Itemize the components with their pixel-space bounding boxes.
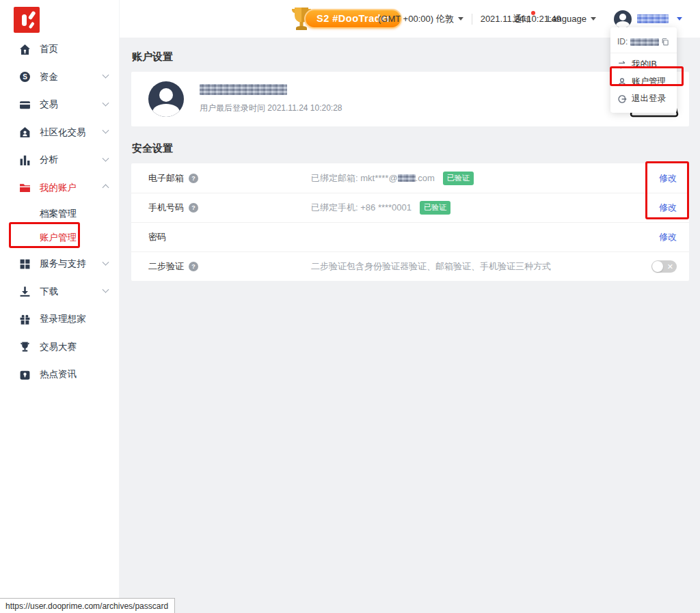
logout-icon <box>617 94 627 104</box>
timezone-label: (GMT +00:00) 伦敦 <box>378 13 454 25</box>
language-selector[interactable]: Language <box>547 14 596 24</box>
menu-item-label: 账户管理 <box>632 76 666 87</box>
timezone-selector[interactable]: (GMT +00:00) 伦敦 <box>378 13 463 25</box>
sidebar-item-trade[interactable]: 交易 <box>0 91 119 119</box>
trade-icon <box>19 99 31 111</box>
user-dropdown-menu: ID: 我的IB 账户管理 退出登录 <box>610 27 677 113</box>
user-icon <box>617 77 627 87</box>
sidebar-subitem-label: 档案管理 <box>40 208 77 220</box>
sidebar-item-trading-contest[interactable]: 交易大赛 <box>0 333 119 362</box>
modify-password-link[interactable]: 修改 <box>659 231 677 243</box>
help-icon[interactable]: ? <box>189 174 198 183</box>
svg-text:S: S <box>23 73 27 81</box>
menu-item-account-management[interactable]: 账户管理 <box>610 73 677 90</box>
menu-item-label: 退出登录 <box>632 93 666 105</box>
email-value-prefix: 已绑定邮箱: mkt****@ <box>311 172 398 185</box>
news-icon <box>19 369 31 381</box>
verified-badge: 已验证 <box>443 172 474 185</box>
download-icon <box>19 286 31 297</box>
main-content: 账户设置 用户最后登录时间 2021.11.24 10:20:28 安全设置 电… <box>120 38 700 613</box>
modify-phone-link[interactable]: 修改 <box>659 202 677 214</box>
sidebar-item-label: 首页 <box>40 43 58 55</box>
menu-item-label: 我的IB <box>632 59 657 70</box>
profile-text: 用户最后登录时间 2021.11.24 10:20:28 <box>200 84 342 114</box>
home-icon <box>19 44 31 55</box>
password-label: 密码 <box>148 231 166 243</box>
analysis-icon <box>19 154 31 166</box>
services-icon <box>19 258 31 270</box>
chevron-down-icon <box>103 258 109 265</box>
caret-down-icon <box>591 17 596 21</box>
divider <box>472 14 472 25</box>
copy-icon[interactable] <box>661 38 669 46</box>
chevron-down-icon <box>103 99 109 106</box>
dooprime-logo-icon[interactable] <box>14 7 40 33</box>
community-icon <box>19 126 31 138</box>
sidebar: 首页 S 资金 交易 社区化交易 分析 <box>0 0 120 613</box>
caret-down-icon[interactable] <box>677 17 682 21</box>
folder-icon <box>19 182 31 193</box>
menu-item-my-ib[interactable]: 我的IB <box>610 56 677 73</box>
sidebar-item-label: 下载 <box>40 286 58 298</box>
caret-down-icon <box>458 17 463 21</box>
row-label-wrap: 二步验证 ? <box>148 260 311 273</box>
sidebar-subitem-account-management[interactable]: 账户管理 <box>0 226 119 251</box>
sidebar-item-funds[interactable]: S 资金 <box>0 64 119 92</box>
redacted-profile-name <box>200 84 287 95</box>
sidebar-item-ideal-home[interactable]: 登录理想家 <box>0 305 119 333</box>
verified-badge: 已验证 <box>420 201 450 215</box>
help-icon[interactable]: ? <box>189 262 198 271</box>
notifications-button[interactable]: 通知 <box>513 13 530 25</box>
row-label-wrap: 密码 <box>148 231 311 243</box>
email-value: 已绑定邮箱: mkt****@ .com 已验证 <box>311 172 474 185</box>
chevron-up-icon <box>103 185 109 191</box>
phone-label: 手机号码 <box>148 202 184 214</box>
sidebar-item-my-account[interactable]: 我的账户 <box>0 174 119 202</box>
security-row-password: 密码 修改 <box>131 222 689 251</box>
phone-value-text: 已绑定手机: +86 ****0001 <box>311 202 412 214</box>
account-management-page: 首页 S 资金 交易 社区化交易 分析 <box>0 0 700 613</box>
toggle-knob <box>652 261 663 272</box>
chevron-down-icon <box>103 154 109 161</box>
two-factor-toggle[interactable]: ✕ <box>651 260 677 273</box>
sidebar-item-label: 分析 <box>40 154 58 166</box>
chevron-down-icon <box>103 127 109 134</box>
redacted-username <box>637 14 669 23</box>
sidebar-item-download[interactable]: 下载 <box>0 278 119 306</box>
sidebar-item-home[interactable]: 首页 <box>0 36 119 64</box>
gift-icon <box>19 314 31 325</box>
phone-value: 已绑定手机: +86 ****0001 已验证 <box>311 201 450 215</box>
sidebar-item-hot-news[interactable]: 热点资讯 <box>0 361 119 389</box>
profile-card: 用户最后登录时间 2021.11.24 10:20:28 <box>131 72 689 126</box>
redacted-email-domain <box>398 174 416 182</box>
user-avatar[interactable] <box>614 10 632 28</box>
sidebar-item-services-support[interactable]: 服务与支持 <box>0 250 119 278</box>
menu-item-logout[interactable]: 退出登录 <box>610 90 677 107</box>
notification-dot <box>531 11 535 15</box>
row-label-wrap: 手机号码 ? <box>148 202 311 214</box>
modify-email-link[interactable]: 修改 <box>659 172 677 185</box>
sidebar-item-label: 热点资讯 <box>40 368 77 381</box>
sidebar-subitem-archives[interactable]: 档案管理 <box>0 202 119 226</box>
profile-avatar <box>148 81 184 117</box>
chevron-down-icon <box>103 286 109 293</box>
help-icon[interactable]: ? <box>189 203 198 213</box>
user-id-label: ID: <box>617 37 628 46</box>
toggle-off-x-icon: ✕ <box>667 261 673 272</box>
sidebar-item-analysis[interactable]: 分析 <box>0 146 119 174</box>
chevron-down-icon <box>103 72 109 79</box>
two-factor-label: 二步验证 <box>148 260 184 273</box>
trophy-icon <box>19 341 31 353</box>
sidebar-item-community-trading[interactable]: 社区化交易 <box>0 119 119 147</box>
row-label-wrap: 电子邮箱 ? <box>148 172 311 185</box>
sidebar-item-label: 交易大赛 <box>40 341 77 353</box>
status-url: https://user.dooprime.com/archives/passc… <box>5 601 168 611</box>
last-login-time: 用户最后登录时间 2021.11.24 10:20:28 <box>200 103 342 114</box>
browser-status-bar: https://user.dooprime.com/archives/passc… <box>0 598 175 613</box>
sidebar-item-label: 我的账户 <box>40 182 77 194</box>
funds-icon: S <box>19 71 31 83</box>
swap-icon <box>617 60 627 70</box>
user-id-row: ID: <box>610 31 677 53</box>
security-row-2fa: 二步验证 ? 二步验证包含身份验证器验证、邮箱验证、手机验证三种方式 ✕ <box>131 251 689 281</box>
two-factor-description: 二步验证包含身份验证器验证、邮箱验证、手机验证三种方式 <box>311 260 551 273</box>
